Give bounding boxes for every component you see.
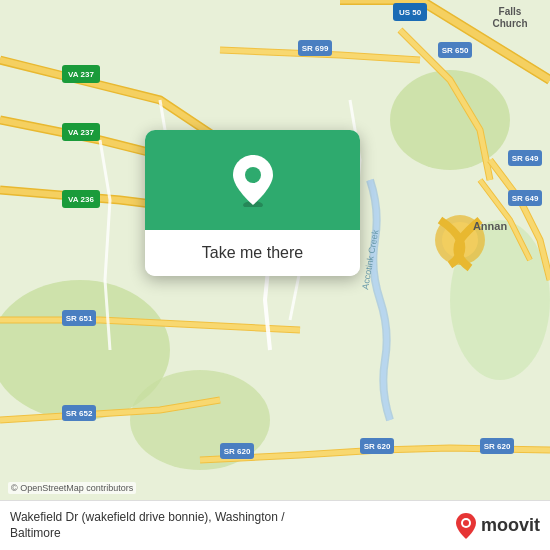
map-container: US 50 VA 237 VA 237 VA 236 SR 699 SR 650… <box>0 0 550 500</box>
svg-text:SR 620: SR 620 <box>364 442 391 451</box>
svg-text:SR 650: SR 650 <box>442 46 469 55</box>
svg-text:Church: Church <box>493 18 528 29</box>
location-pin-icon <box>231 153 275 207</box>
svg-text:Falls: Falls <box>499 6 522 17</box>
svg-text:VA 236: VA 236 <box>68 195 94 204</box>
svg-text:SR 699: SR 699 <box>302 44 329 53</box>
osm-attribution: © OpenStreetMap contributors <box>8 482 136 494</box>
svg-text:SR 620: SR 620 <box>484 442 511 451</box>
footer-address: Wakefield Dr (wakefield drive bonnie), W… <box>10 510 285 541</box>
svg-text:SR 620: SR 620 <box>224 447 251 456</box>
svg-text:SR 651: SR 651 <box>66 314 93 323</box>
svg-text:Annan: Annan <box>473 220 508 232</box>
moovit-pin-icon <box>455 512 477 540</box>
moovit-logo: moovit <box>455 512 540 540</box>
svg-point-40 <box>463 520 469 526</box>
svg-text:SR 652: SR 652 <box>66 409 93 418</box>
popup-header <box>145 130 360 230</box>
svg-text:VA 237: VA 237 <box>68 128 94 137</box>
svg-text:VA 237: VA 237 <box>68 70 94 79</box>
popup-card: Take me there <box>145 130 360 276</box>
footer-address-container: Wakefield Dr (wakefield drive bonnie), W… <box>10 510 455 541</box>
moovit-logo-text: moovit <box>481 515 540 536</box>
svg-point-38 <box>245 167 261 183</box>
svg-text:SR 649: SR 649 <box>512 194 539 203</box>
take-me-there-button[interactable]: Take me there <box>145 230 360 276</box>
svg-text:SR 649: SR 649 <box>512 154 539 163</box>
svg-text:US 50: US 50 <box>399 8 422 17</box>
footer-bar: Wakefield Dr (wakefield drive bonnie), W… <box>0 500 550 550</box>
